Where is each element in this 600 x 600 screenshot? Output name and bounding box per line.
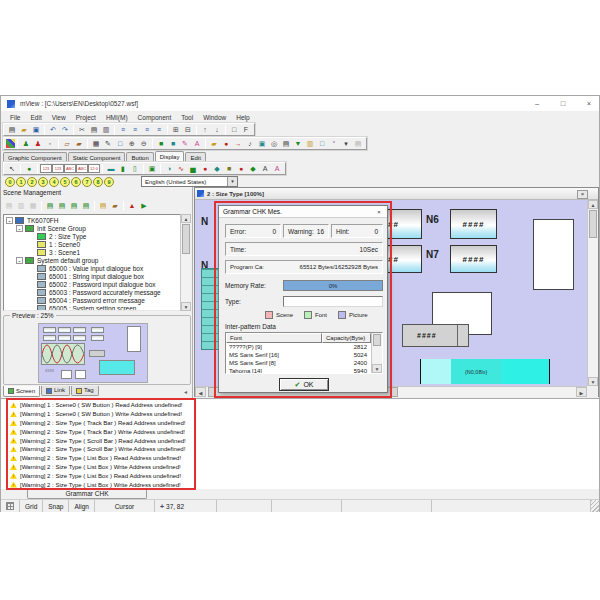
align-left-icon[interactable]: ≡ [117,124,129,136]
bring-front-icon[interactable]: ↑ [199,124,211,136]
edit-pencil-icon[interactable]: ✎ [102,138,114,150]
warning-row[interactable]: [Warning] 2 : Size Type ( Scroll Bar ) R… [1,436,599,445]
paste-icon[interactable]: ▥ [100,124,112,136]
bar-meter-icon[interactable]: ▬ [105,163,117,175]
tree-scrollbar[interactable]: ▲ ▼ [180,214,191,311]
panel-tab[interactable]: Screen [3,386,40,397]
ok-button[interactable]: ✔ OK [279,378,329,391]
language-select[interactable]: English (United States) ▾ [141,176,238,187]
bar-graph-icon[interactable]: ▅ [187,163,199,175]
del-user-icon[interactable]: ♟ [32,138,44,150]
numeric-display-icon[interactable]: 123 [40,164,52,173]
insert-scene-icon[interactable]: ▤ [68,200,80,212]
zoom-in-icon[interactable]: ⊕ [126,138,138,150]
text-style-icon[interactable]: A [191,138,203,150]
menu-item[interactable]: Tool [176,113,198,122]
check-scene-icon[interactable]: ▲ [126,200,138,212]
diamond-icon[interactable]: ◆ [247,163,259,175]
grid-toggle-icon[interactable] [1,500,20,512]
state-circle[interactable]: 7 [82,177,92,187]
screen-setting-icon[interactable]: □ [114,138,126,150]
folder-icon[interactable]: ▰ [208,138,220,150]
panel-tab[interactable]: Link [41,386,70,396]
component-tab[interactable]: Static Component [68,152,126,162]
select-cursor-icon[interactable]: ↖ [6,163,18,175]
scroll-down-icon[interactable]: ▼ [372,364,382,373]
scroll-thumb[interactable] [182,224,190,254]
save-icon[interactable]: ▣ [30,124,42,136]
gauge-icon[interactable]: ◑ [163,163,175,175]
alarm-icon[interactable]: ● [199,163,211,175]
menu-item[interactable]: Project [71,113,101,122]
scroll-thumb[interactable] [589,210,597,238]
scroll-right-icon[interactable]: ▶ [576,387,587,397]
new-group-icon[interactable]: ▤ [56,200,68,212]
scroll-left-icon[interactable]: ◀ [195,387,206,397]
menu-item[interactable]: Component [133,113,177,122]
warning-row[interactable]: [Warning] 2 : Size Type ( List Box ) Rea… [1,471,599,480]
capacity-column-header[interactable]: Capacity(Byte) [322,333,371,343]
state-circle[interactable]: 2 [27,177,37,187]
color-palette-icon[interactable]: ▦ [6,139,15,148]
scene-prop-icon[interactable]: ▤ [97,200,109,212]
warning-row[interactable]: [Warning] 2 : Size Type ( Track Bar ) Re… [1,419,599,428]
component-tab[interactable]: Edit [185,152,205,162]
state-circle[interactable]: 3 [38,177,48,187]
warning-row[interactable]: [Warning] 2 : Size Type ( List Box ) Wri… [1,463,599,472]
find-icon[interactable]: ◎ [268,138,280,150]
scroll-down-icon[interactable]: ▼ [181,302,191,311]
grid-setting-icon[interactable]: ▦ [90,138,102,150]
warning-row[interactable]: [Warning] 2 : Size Type ( Scroll Bar ) W… [1,445,599,454]
tree-item[interactable]: 65001 : String input dialogue box [4,272,190,280]
ungroup-icon[interactable]: ⊟ [182,124,194,136]
paste-scene-icon[interactable]: ▦ [27,200,39,212]
canvas-close-icon[interactable]: × [577,190,588,199]
menu-item[interactable]: Window [198,113,231,122]
lamp-red-icon[interactable]: ● [235,163,247,175]
warning-row[interactable]: [Warning] 1 : Scene0 ( SW Button ) Read … [1,401,599,410]
align-right-icon[interactable]: ≡ [141,124,153,136]
distribute-icon[interactable]: ≡ [153,124,165,136]
tree-item[interactable]: - TK6070FH [4,216,190,224]
tree-item[interactable]: 1 : Scene0 [4,240,190,248]
tree-item[interactable]: 2 : Size Type [4,232,190,240]
recipe-icon[interactable]: ■ [223,163,235,175]
open-file-icon[interactable]: ▰ [18,124,30,136]
canvas-vertical-scrollbar[interactable]: ▲ ▼ [587,200,598,386]
download-icon[interactable]: ▼ [292,138,304,150]
scroll-up-icon[interactable]: ▲ [181,214,191,223]
tree-item[interactable]: 65004 : Password error message [4,296,190,304]
close-icon[interactable]: × [583,99,595,108]
comment-icon[interactable]: “ [328,138,340,150]
export-icon[interactable]: ▰ [73,138,85,150]
preview-thumbnail[interactable]: #### [38,323,148,383]
numeric-display-component[interactable]: #### [450,209,497,239]
cut-scene-icon[interactable]: ▤ [3,200,15,212]
tab-grammar-chk[interactable]: Grammar CHK [27,489,147,499]
font-table-row[interactable]: ?????(P) [9] 2812 [226,343,382,351]
print-icon[interactable]: ▤ [280,138,292,150]
state-circle[interactable]: 4 [49,177,59,187]
font-table-row[interactable]: MS Sans Serif [8] 2400 [226,359,382,367]
picture-display-icon[interactable]: ▣ [146,163,158,175]
text-tool-icon[interactable]: A [259,163,271,175]
state-circle[interactable]: 1 [16,177,26,187]
state-circle[interactable]: 9 [104,177,114,187]
package-icon[interactable]: ▥ [304,138,316,150]
state-on-icon[interactable]: ■ [155,138,167,150]
tree-item[interactable]: 3 : Scene1 [4,248,190,256]
string-input-icon[interactable]: ABC [76,164,88,173]
state-off-icon[interactable]: ■ [167,138,179,150]
tab-scroll-left-icon[interactable]: ◂ [184,388,187,395]
maximize-icon[interactable]: □ [557,99,569,108]
import-icon[interactable]: ▱ [61,138,73,150]
tree-expand-toggle[interactable]: - [6,217,13,224]
tree-expand-toggle[interactable]: - [16,257,23,264]
cut-icon[interactable]: ✂ [76,124,88,136]
scroll-down-icon[interactable]: ▼ [588,377,598,386]
component-tab[interactable]: Graphic Component [3,152,67,162]
font-column-header[interactable]: Font [226,333,322,343]
frame-select-icon[interactable]: □ [228,124,240,136]
scroll-up-icon[interactable]: ▲ [588,200,598,209]
capture-icon[interactable]: ▣ [256,138,268,150]
